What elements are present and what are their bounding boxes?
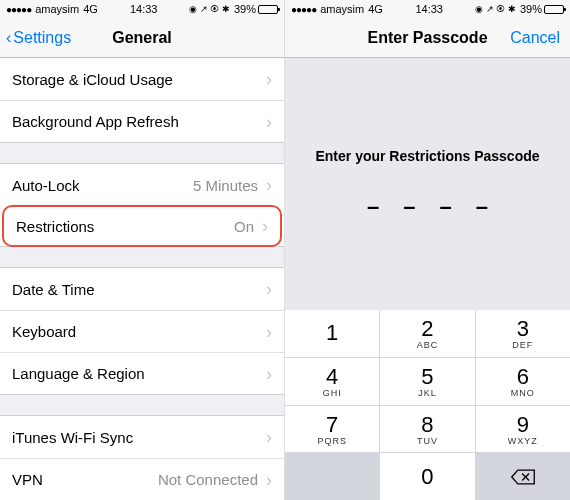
settings-row-auto-lock[interactable]: Auto-Lock5 Minutes› bbox=[0, 164, 284, 206]
passcode-dash: – bbox=[367, 194, 379, 220]
settings-row-itunes-wi-fi-sync[interactable]: iTunes Wi-Fi Sync› bbox=[0, 416, 284, 458]
network-type: 4G bbox=[368, 3, 383, 15]
key-digit: 3 bbox=[517, 316, 529, 342]
network-type: 4G bbox=[83, 3, 98, 15]
key-sub: DEF bbox=[512, 340, 533, 350]
row-label: Auto-Lock bbox=[12, 177, 193, 194]
chevron-right-icon: › bbox=[266, 365, 272, 383]
settings-list: Storage & iCloud Usage›Background App Re… bbox=[0, 58, 284, 500]
signal-dots-icon: ●●●●● bbox=[291, 4, 316, 15]
key-sub: WXYZ bbox=[508, 436, 538, 446]
key-digit: 5 bbox=[421, 364, 433, 390]
row-value: Not Connected bbox=[158, 471, 258, 488]
settings-row-restrictions[interactable]: RestrictionsOn› bbox=[2, 205, 282, 247]
status-time: 14:33 bbox=[130, 3, 158, 15]
passcode-screen: ●●●●● amaysim 4G 14:33 ◉ ↗ ⦿ ✱ 39% Enter… bbox=[285, 0, 570, 500]
keypad-key-8[interactable]: 8TUV bbox=[380, 406, 474, 453]
passcode-dash: – bbox=[440, 194, 452, 220]
row-label: iTunes Wi-Fi Sync bbox=[12, 429, 266, 446]
settings-group: Auto-Lock5 Minutes›RestrictionsOn› bbox=[0, 163, 284, 247]
settings-row-date-time[interactable]: Date & Time› bbox=[0, 268, 284, 310]
keypad-delete-button[interactable] bbox=[476, 453, 570, 500]
settings-general-screen: ●●●●● amaysim 4G 14:33 ◉ ↗ ⦿ ✱ 39% ‹ Set… bbox=[0, 0, 285, 500]
settings-row-background-app-refresh[interactable]: Background App Refresh› bbox=[0, 100, 284, 142]
numeric-keypad: 12ABC3DEF4GHI5JKL6MNO7PQRS8TUV9WXYZ0 bbox=[285, 310, 570, 500]
keypad-key-9[interactable]: 9WXYZ bbox=[476, 406, 570, 453]
settings-row-language-region[interactable]: Language & Region› bbox=[0, 352, 284, 394]
key-sub: GHI bbox=[323, 388, 342, 398]
carrier-name: amaysim bbox=[35, 3, 79, 15]
row-label: Background App Refresh bbox=[12, 113, 266, 130]
battery-pct: 39% bbox=[520, 3, 542, 15]
back-label: Settings bbox=[13, 29, 71, 47]
passcode-entry-area: Enter your Restrictions Passcode – – – – bbox=[285, 58, 570, 310]
settings-group: iTunes Wi-Fi Sync›VPNNot Connected› bbox=[0, 415, 284, 500]
keypad-blank bbox=[285, 453, 379, 500]
key-digit: 4 bbox=[326, 364, 338, 390]
chevron-right-icon: › bbox=[262, 217, 268, 235]
keypad-key-2[interactable]: 2ABC bbox=[380, 310, 474, 357]
battery-pct: 39% bbox=[234, 3, 256, 15]
key-digit: 6 bbox=[517, 364, 529, 390]
row-label: VPN bbox=[12, 471, 158, 488]
row-value: 5 Minutes bbox=[193, 177, 258, 194]
key-sub: ABC bbox=[417, 340, 439, 350]
key-digit: 1 bbox=[326, 320, 338, 346]
chevron-right-icon: › bbox=[266, 113, 272, 131]
chevron-right-icon: › bbox=[266, 280, 272, 298]
passcode-dashes: – – – – bbox=[367, 194, 488, 220]
row-label: Keyboard bbox=[12, 323, 266, 340]
settings-row-vpn[interactable]: VPNNot Connected› bbox=[0, 458, 284, 500]
passcode-dash: – bbox=[476, 194, 488, 220]
key-digit: 2 bbox=[421, 316, 433, 342]
chevron-right-icon: › bbox=[266, 323, 272, 341]
nav-bar: ‹ Settings General bbox=[0, 18, 284, 58]
chevron-right-icon: › bbox=[266, 471, 272, 489]
key-sub: TUV bbox=[417, 436, 438, 446]
key-digit: 8 bbox=[421, 412, 433, 438]
signal-dots-icon: ●●●●● bbox=[6, 4, 31, 15]
keypad-key-6[interactable]: 6MNO bbox=[476, 358, 570, 405]
status-icons: ◉ ↗ ⦿ ✱ bbox=[189, 4, 230, 14]
chevron-right-icon: › bbox=[266, 70, 272, 88]
status-icons: ◉ ↗ ⦿ ✱ bbox=[475, 4, 516, 14]
chevron-right-icon: › bbox=[266, 428, 272, 446]
battery-indicator: 39% bbox=[234, 3, 278, 15]
keypad-key-1[interactable]: 1 bbox=[285, 310, 379, 357]
carrier-name: amaysim bbox=[320, 3, 364, 15]
keypad-key-7[interactable]: 7PQRS bbox=[285, 406, 379, 453]
nav-bar: Enter Passcode Cancel bbox=[285, 18, 570, 58]
cancel-label: Cancel bbox=[510, 29, 560, 47]
settings-row-keyboard[interactable]: Keyboard› bbox=[0, 310, 284, 352]
keypad-key-4[interactable]: 4GHI bbox=[285, 358, 379, 405]
passcode-dash: – bbox=[403, 194, 415, 220]
passcode-prompt: Enter your Restrictions Passcode bbox=[315, 148, 539, 164]
page-title: General bbox=[112, 29, 172, 47]
cancel-button[interactable]: Cancel bbox=[510, 18, 560, 57]
chevron-right-icon: › bbox=[266, 176, 272, 194]
settings-row-storage-icloud-usage[interactable]: Storage & iCloud Usage› bbox=[0, 58, 284, 100]
key-sub: MNO bbox=[511, 388, 535, 398]
keypad-key-5[interactable]: 5JKL bbox=[380, 358, 474, 405]
status-bar: ●●●●● amaysim 4G 14:33 ◉ ↗ ⦿ ✱ 39% bbox=[0, 0, 284, 18]
row-value: On bbox=[234, 218, 254, 235]
key-digit: 7 bbox=[326, 412, 338, 438]
row-label: Storage & iCloud Usage bbox=[12, 71, 266, 88]
row-label: Language & Region bbox=[12, 365, 266, 382]
settings-group: Storage & iCloud Usage›Background App Re… bbox=[0, 58, 284, 143]
keypad-key-0[interactable]: 0 bbox=[380, 453, 474, 500]
key-sub: JKL bbox=[418, 388, 437, 398]
status-bar: ●●●●● amaysim 4G 14:33 ◉ ↗ ⦿ ✱ 39% bbox=[285, 0, 570, 18]
battery-indicator: 39% bbox=[520, 3, 564, 15]
row-label: Date & Time bbox=[12, 281, 266, 298]
settings-group: Date & Time›Keyboard›Language & Region› bbox=[0, 267, 284, 395]
backspace-icon bbox=[510, 468, 536, 486]
row-label: Restrictions bbox=[16, 218, 234, 235]
keypad-key-3[interactable]: 3DEF bbox=[476, 310, 570, 357]
key-digit: 0 bbox=[421, 464, 433, 490]
back-button[interactable]: ‹ Settings bbox=[6, 18, 71, 57]
status-time: 14:33 bbox=[415, 3, 443, 15]
key-sub: PQRS bbox=[317, 436, 347, 446]
page-title: Enter Passcode bbox=[367, 29, 487, 47]
key-digit: 9 bbox=[517, 412, 529, 438]
